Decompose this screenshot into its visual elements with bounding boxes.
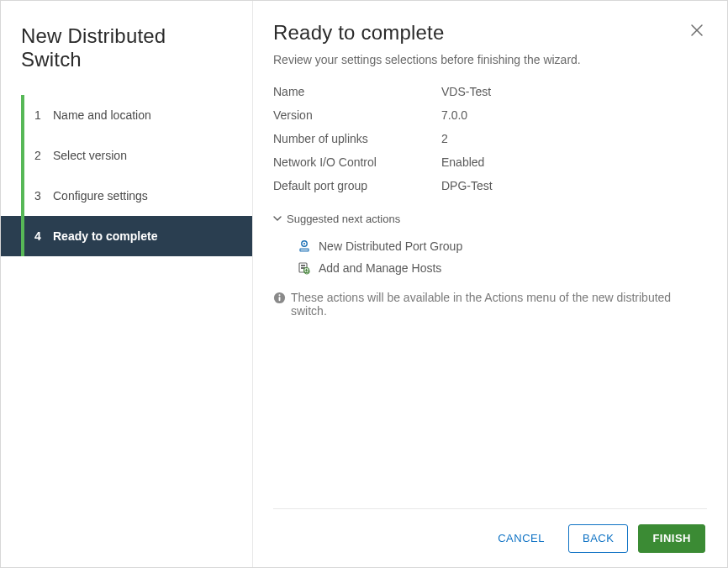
step-ready-to-complete[interactable]: 4 Ready to complete	[1, 216, 252, 256]
svg-rect-8	[301, 265, 305, 266]
chevron-down-icon	[273, 213, 282, 225]
summary-list: Name VDS-Test Version 7.0.0 Number of up…	[273, 85, 707, 202]
info-icon	[273, 292, 286, 307]
step-indicator	[21, 176, 24, 216]
summary-key: Default port group	[273, 179, 441, 192]
summary-row: Default port group DPG-Test	[273, 179, 707, 192]
wizard-title: New Distributed Switch	[1, 18, 252, 92]
summary-row: Network I/O Control Enabled	[273, 155, 707, 169]
summary-row: Name VDS-Test	[273, 85, 707, 98]
main-header: Ready to complete Review your settings s…	[273, 21, 707, 85]
summary-row: Number of uplinks 2	[273, 132, 707, 145]
step-indicator	[21, 95, 24, 135]
summary-value: 2	[441, 132, 448, 145]
action-label: New Distributed Port Group	[319, 239, 462, 253]
info-note: These actions will be available in the A…	[273, 291, 707, 318]
wizard-dialog: New Distributed Switch 1 Name and locati…	[0, 0, 728, 568]
step-label: Configure settings	[53, 189, 148, 202]
hosts-icon	[297, 260, 312, 276]
step-label: Select version	[53, 149, 127, 162]
close-icon	[690, 24, 704, 37]
back-button[interactable]: BACK	[568, 524, 628, 553]
next-actions-toggle[interactable]: Suggested next actions	[273, 213, 707, 225]
close-button[interactable]	[687, 21, 707, 41]
next-actions-label: Suggested next actions	[287, 213, 400, 225]
info-text: These actions will be available in the A…	[291, 291, 707, 318]
step-indicator	[21, 216, 24, 256]
summary-value: DPG-Test	[441, 179, 493, 192]
wizard-main: Ready to complete Review your settings s…	[253, 1, 727, 567]
step-label: Name and location	[53, 108, 151, 122]
action-new-port-group[interactable]: New Distributed Port Group	[273, 235, 707, 257]
next-actions-list: New Distributed Port Group	[273, 235, 707, 279]
wizard-sidebar: New Distributed Switch 1 Name and locati…	[1, 1, 253, 567]
summary-value: Enabled	[441, 155, 484, 169]
svg-rect-13	[279, 297, 281, 301]
summary-key: Version	[273, 108, 441, 122]
summary-value: 7.0.0	[441, 108, 467, 122]
step-configure-settings[interactable]: 3 Configure settings	[1, 176, 252, 216]
action-add-manage-hosts[interactable]: Add and Manage Hosts	[273, 257, 707, 279]
page-subtitle: Review your settings selections before f…	[273, 53, 581, 66]
step-indicator	[21, 135, 24, 176]
summary-value: VDS-Test	[441, 85, 491, 98]
wizard-steps: 1 Name and location 2 Select version 3 C…	[1, 95, 252, 256]
portgroup-icon	[297, 239, 312, 254]
finish-button[interactable]: FINISH	[638, 524, 705, 553]
wizard-footer: CANCEL BACK FINISH	[273, 508, 707, 567]
cancel-button[interactable]: CANCEL	[484, 524, 558, 553]
step-select-version[interactable]: 2 Select version	[1, 135, 252, 176]
svg-point-12	[278, 294, 280, 296]
step-name-and-location[interactable]: 1 Name and location	[1, 95, 252, 135]
page-title: Ready to complete	[273, 21, 581, 45]
summary-key: Number of uplinks	[273, 132, 441, 145]
summary-key: Network I/O Control	[273, 155, 441, 169]
step-label: Ready to complete	[53, 229, 157, 243]
summary-key: Name	[273, 85, 441, 98]
summary-row: Version 7.0.0	[273, 108, 707, 122]
action-label: Add and Manage Hosts	[319, 261, 441, 275]
svg-point-1	[303, 243, 305, 245]
